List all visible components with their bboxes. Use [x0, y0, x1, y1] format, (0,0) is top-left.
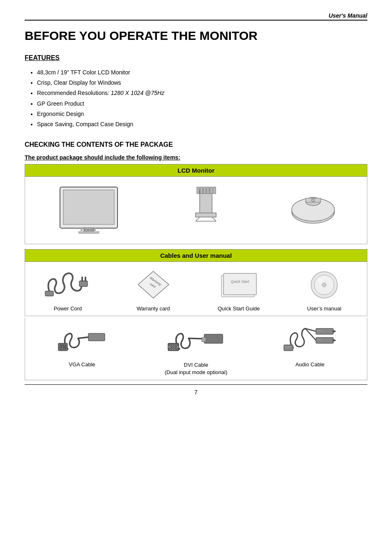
svg-rect-8 — [78, 231, 99, 234]
svg-rect-47 — [88, 333, 105, 341]
quick-start-svg: Quick Start — [217, 269, 261, 300]
svg-point-59 — [168, 346, 170, 348]
feature-item-6: Space Saving, Compact Case Design — [37, 119, 367, 130]
package-intro: The product package should include the f… — [25, 154, 367, 161]
dvi-cable-svg — [167, 325, 225, 356]
svg-point-78 — [321, 339, 321, 340]
users-manual-image-cell — [281, 262, 367, 305]
users-manual-label: User’s manual — [281, 305, 367, 316]
power-cord-label: Power Cord — [25, 305, 111, 316]
svg-rect-69 — [316, 328, 333, 334]
svg-point-73 — [317, 330, 318, 331]
svg-rect-15 — [213, 187, 216, 194]
svg-point-75 — [321, 330, 321, 331]
top-rule — [25, 20, 367, 21]
svg-rect-40 — [60, 345, 66, 349]
power-cord-svg — [43, 269, 92, 300]
power-cord-image-cell — [25, 262, 111, 305]
svg-point-77 — [319, 339, 320, 340]
base-image-cell — [260, 177, 367, 244]
svg-rect-16 — [196, 213, 216, 217]
svg-rect-70 — [316, 338, 333, 343]
svg-rect-6 — [90, 229, 92, 231]
svg-rect-11 — [200, 187, 203, 194]
svg-rect-13 — [207, 187, 209, 194]
svg-point-66 — [287, 347, 288, 347]
monitor-image-cell — [25, 177, 152, 244]
svg-point-42 — [62, 346, 63, 347]
svg-rect-61 — [204, 334, 223, 343]
dvi-cable-label: DVI Cable(Dual input mode optional) — [139, 361, 253, 379]
svg-point-45 — [62, 348, 63, 349]
features-list: 48,3cm / 19” TFT Color LCD Monitor Crisp… — [25, 67, 367, 130]
warranty-card-label: Warranty card — [111, 305, 196, 316]
stand-image-cell — [152, 177, 260, 244]
svg-point-24 — [311, 199, 315, 202]
svg-point-44 — [60, 348, 61, 349]
stand-svg — [185, 185, 226, 234]
svg-point-56 — [170, 349, 171, 350]
feature-item-1: 48,3cm / 19” TFT Color LCD Monitor — [37, 67, 367, 78]
svg-line-18 — [212, 217, 216, 221]
feature-item-2: Crisp, Clear Display for Windows — [37, 78, 367, 88]
audio-cable-image-cell — [253, 318, 367, 361]
audio-cable-svg — [283, 325, 337, 356]
svg-point-57 — [172, 349, 173, 350]
svg-rect-27 — [85, 277, 86, 282]
cd-svg — [307, 269, 342, 300]
svg-rect-26 — [81, 277, 83, 282]
svg-line-48 — [78, 337, 88, 338]
svg-rect-7 — [94, 229, 96, 231]
feature-item-3: Recommended Resolutions: 1280 X 1024 @75… — [37, 88, 367, 98]
svg-point-68 — [290, 347, 291, 347]
svg-point-58 — [174, 349, 175, 350]
svg-point-67 — [288, 347, 289, 347]
dvi-cable-image-cell — [139, 318, 253, 361]
svg-rect-25 — [79, 281, 88, 287]
svg-point-41 — [60, 346, 61, 347]
svg-point-51 — [172, 345, 173, 346]
svg-rect-10 — [197, 187, 199, 194]
svg-point-65 — [285, 347, 286, 347]
feature-item-4: GP Green Product — [37, 99, 367, 109]
svg-rect-1 — [63, 190, 114, 224]
svg-line-17 — [196, 217, 200, 221]
svg-point-43 — [64, 346, 65, 347]
svg-point-76 — [317, 339, 318, 340]
lcd-monitor-bar: LCD Monitor — [25, 164, 367, 177]
svg-rect-14 — [210, 187, 212, 194]
svg-point-52 — [174, 345, 175, 346]
svg-rect-28 — [45, 291, 53, 296]
svg-rect-3 — [81, 229, 83, 231]
svg-point-37 — [322, 283, 326, 287]
svg-rect-33 — [224, 273, 256, 295]
svg-point-50 — [170, 345, 171, 346]
svg-point-55 — [174, 347, 175, 348]
vga-cable-label: VGA Cable — [25, 361, 139, 379]
svg-point-54 — [172, 347, 173, 348]
bottom-rule — [25, 384, 367, 385]
svg-rect-5 — [87, 229, 89, 231]
svg-rect-4 — [84, 229, 86, 231]
feature-item-5: Ergonomic Design — [37, 109, 367, 119]
header-users-manual: User's Manual — [329, 12, 367, 19]
monitor-svg — [56, 185, 122, 238]
audio-cable-label: Audio Cable — [253, 361, 367, 379]
checking-title: CHECKING THE CONTENTS OF THE PACKAGE — [25, 141, 367, 148]
svg-point-74 — [319, 330, 320, 331]
vga-cable-svg — [58, 325, 107, 356]
svg-point-46 — [64, 348, 65, 349]
svg-text:Quick Start: Quick Start — [231, 280, 249, 284]
base-svg — [288, 189, 338, 226]
svg-rect-64 — [284, 345, 293, 351]
warranty-card-svg: Warranty card — [134, 269, 173, 300]
warranty-card-image-cell: Warranty card — [111, 262, 196, 305]
vga-cable-image-cell — [25, 318, 139, 361]
quick-start-label: Quick Start Guide — [196, 305, 281, 316]
main-title: BEFORE YOU OPERATE THE MONITOR — [25, 29, 367, 43]
features-title: FEATURES — [25, 54, 367, 62]
cables-bar: Cables and User manual — [25, 249, 367, 262]
svg-rect-63 — [202, 338, 206, 342]
quick-start-image-cell: Quick Start — [196, 262, 281, 305]
svg-rect-12 — [203, 187, 206, 194]
